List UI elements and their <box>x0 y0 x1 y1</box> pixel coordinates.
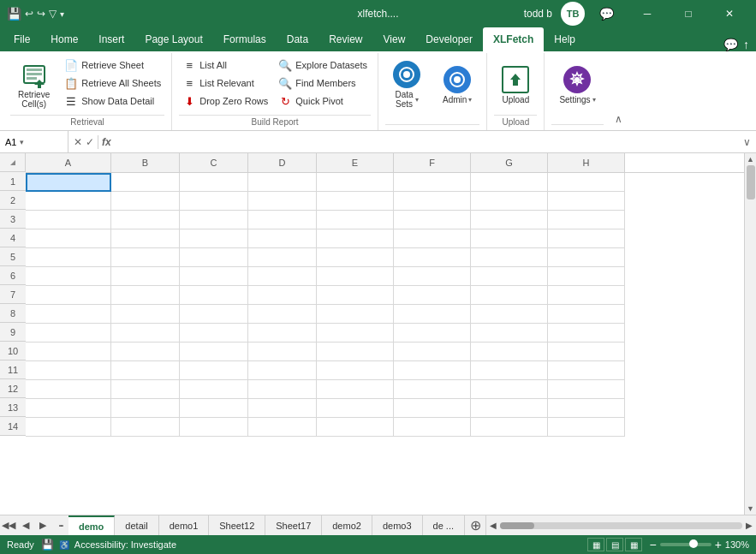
cell-h1[interactable] <box>548 173 625 192</box>
formula-fx-icon[interactable]: fx <box>102 136 111 148</box>
retrieve-all-sheets-button[interactable]: 📋 Retrieve All Sheets <box>61 74 164 92</box>
cell-g7[interactable] <box>471 286 548 305</box>
col-header-c[interactable]: C <box>180 153 248 172</box>
col-header-h[interactable]: H <box>548 153 625 172</box>
cell-a2[interactable] <box>26 192 111 211</box>
col-header-e[interactable]: E <box>317 153 394 172</box>
sheet-first-button[interactable]: ◀◀ <box>0 515 17 536</box>
cell-f10[interactable] <box>394 343 471 361</box>
col-header-g[interactable]: G <box>471 153 548 172</box>
cell-d7[interactable] <box>248 286 317 305</box>
undo-icon[interactable]: ↩ <box>25 8 33 20</box>
admin-button[interactable]: Admin ▾ <box>435 57 479 113</box>
tab-xlfetch[interactable]: XLFetch <box>483 27 544 51</box>
scroll-up-button[interactable]: ▲ <box>745 153 757 165</box>
cell-h13[interactable] <box>548 399 625 418</box>
cell-b5[interactable] <box>111 248 180 267</box>
cell-c14[interactable] <box>180 418 248 437</box>
row-header-7[interactable]: 7 <box>0 285 26 304</box>
find-members-button[interactable]: 🔍 Find Members <box>275 74 371 92</box>
cell-h11[interactable] <box>548 361 625 380</box>
cell-d1[interactable] <box>248 173 317 192</box>
cell-f1[interactable] <box>394 173 471 192</box>
cell-f9[interactable] <box>394 324 471 343</box>
h-scroll-left-button[interactable]: ◀ <box>490 521 497 530</box>
save-icon[interactable]: 💾 <box>7 7 21 21</box>
cell-e7[interactable] <box>317 286 394 305</box>
cell-f7[interactable] <box>394 286 471 305</box>
cell-d12[interactable] <box>248 380 317 399</box>
cell-g8[interactable] <box>471 305 548 324</box>
cell-a6[interactable] <box>26 267 111 286</box>
cell-c3[interactable] <box>180 211 248 229</box>
settings-button[interactable]: Settings ▾ <box>551 57 603 113</box>
cell-f12[interactable] <box>394 380 471 399</box>
cell-g4[interactable] <box>471 229 548 248</box>
cell-f3[interactable] <box>394 211 471 229</box>
row-header-9[interactable]: 9 <box>0 323 26 342</box>
explore-datasets-button[interactable]: 🔍 Explore Datasets <box>275 57 371 74</box>
scroll-down-button[interactable]: ▼ <box>745 503 757 515</box>
cell-h10[interactable] <box>548 343 625 361</box>
sheet-tab-demo3[interactable]: demo3 <box>372 515 423 536</box>
col-header-d[interactable]: D <box>248 153 317 172</box>
cell-f11[interactable] <box>394 361 471 380</box>
upload-button[interactable]: Upload <box>494 57 537 113</box>
zoom-thumb[interactable] <box>689 539 698 548</box>
cell-g2[interactable] <box>471 192 548 211</box>
formula-cancel-icon[interactable]: ✕ <box>74 136 82 148</box>
cell-f2[interactable] <box>394 192 471 211</box>
sheet-tab-de-more[interactable]: de ... <box>423 515 465 536</box>
cell-a9[interactable] <box>26 324 111 343</box>
cell-e6[interactable] <box>317 267 394 286</box>
sheet-tab-detail[interactable]: detail <box>115 515 158 536</box>
row-header-11[interactable]: 11 <box>0 360 26 379</box>
cell-c6[interactable] <box>180 267 248 286</box>
cell-b7[interactable] <box>111 286 180 305</box>
cell-b1[interactable] <box>111 173 180 192</box>
quick-pivot-button[interactable]: ↻ Quick Pivot <box>275 92 371 110</box>
cell-c2[interactable] <box>180 192 248 211</box>
cell-d14[interactable] <box>248 418 317 437</box>
sheet-tab-demo[interactable]: demo <box>68 515 115 536</box>
row-header-14[interactable]: 14 <box>0 417 26 436</box>
row-header-8[interactable]: 8 <box>0 304 26 323</box>
cell-g3[interactable] <box>471 211 548 229</box>
cell-d10[interactable] <box>248 343 317 361</box>
cell-e4[interactable] <box>317 229 394 248</box>
cell-c9[interactable] <box>180 324 248 343</box>
h-scroll-right-button[interactable]: ▶ <box>746 521 753 530</box>
cell-a3[interactable] <box>26 211 111 229</box>
cell-e8[interactable] <box>317 305 394 324</box>
name-box[interactable]: A1 ▾ <box>0 131 68 152</box>
cell-g11[interactable] <box>471 361 548 380</box>
share-icon[interactable]: ↑ <box>743 38 749 51</box>
qat-more-icon[interactable]: ▾ <box>60 9 64 19</box>
tab-view[interactable]: View <box>373 27 416 51</box>
formula-expand-button[interactable]: ∨ <box>738 136 756 148</box>
scroll-track[interactable] <box>745 165 756 503</box>
row-header-6[interactable]: 6 <box>0 266 26 285</box>
cell-g10[interactable] <box>471 343 548 361</box>
cell-b13[interactable] <box>111 399 180 418</box>
tab-data[interactable]: Data <box>277 27 318 51</box>
row-header-2[interactable]: 2 <box>0 191 26 210</box>
redo-icon[interactable]: ↪ <box>37 8 45 20</box>
maximize-button[interactable]: □ <box>669 0 708 27</box>
cell-a14[interactable] <box>26 418 111 437</box>
row-header-10[interactable]: 10 <box>0 342 26 360</box>
zoom-in-button[interactable]: + <box>715 538 722 551</box>
cell-h4[interactable] <box>548 229 625 248</box>
ribbon-collapse-button[interactable]: ∧ <box>610 53 628 125</box>
cell-c13[interactable] <box>180 399 248 418</box>
formula-confirm-icon[interactable]: ✓ <box>86 136 94 148</box>
select-all-button[interactable] <box>0 153 26 172</box>
scroll-thumb[interactable] <box>747 165 755 200</box>
cell-h3[interactable] <box>548 211 625 229</box>
page-break-view-button[interactable]: ▦ <box>625 538 642 551</box>
retrieve-cells-button[interactable]: RetrieveCell(s) <box>10 57 57 113</box>
cell-e1[interactable] <box>317 173 394 192</box>
cell-b6[interactable] <box>111 267 180 286</box>
row-header-3[interactable]: 3 <box>0 210 26 229</box>
close-button[interactable]: ✕ <box>710 0 749 27</box>
